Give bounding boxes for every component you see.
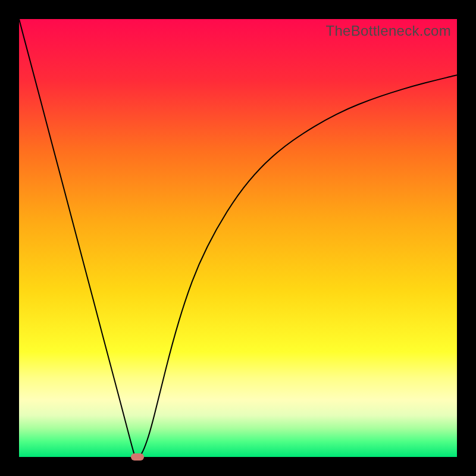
chart-frame: TheBottleneck.com <box>19 19 457 457</box>
svg-rect-0 <box>19 19 457 457</box>
watermark-text: TheBottleneck.com <box>325 23 451 39</box>
bottleneck-marker <box>131 453 144 461</box>
chart-background-gradient <box>19 19 457 457</box>
